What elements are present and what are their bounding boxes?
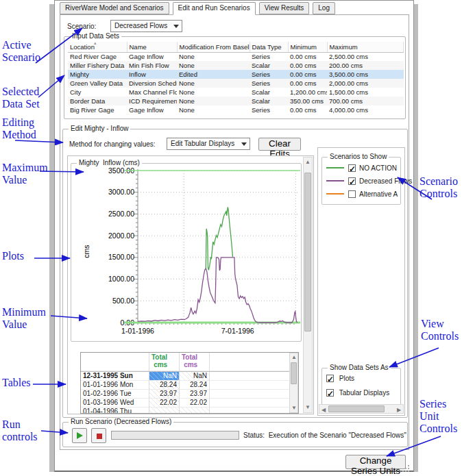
table-cell: Series [250,52,288,61]
table-cell: 0.00 cms [288,70,327,79]
tab-log[interactable]: Log [313,2,335,14]
y-tick-label: 1000.00 [108,275,134,283]
date-column-header [81,353,149,371]
panel-horizontal-scrollbar[interactable]: ◀ ▶ [319,404,404,414]
scroll-left-icon[interactable]: ◀ [319,406,328,414]
resize-grip[interactable] [408,465,409,466]
scrollbar-thumb[interactable] [304,173,311,331]
stop-button[interactable] [91,428,106,443]
scenario-combobox-value: Decreased Flows [114,22,167,29]
tabular-displays-checkbox[interactable] [326,389,334,397]
table-cell: Border Data [68,97,127,105]
table-cell: 01-03-1996 Wed [81,399,149,408]
column-header[interactable]: Location▴ [68,42,127,52]
scenario-label: Decreased Flows [359,177,412,185]
tabular-displays-checkbox-row[interactable]: Tabular Displays [322,386,400,399]
scroll-up-icon[interactable]: ▲ [304,158,312,166]
table-row[interactable]: Miller Fishery DataMin Fish FlowNoneScal… [68,61,404,70]
scenario-checkbox[interactable] [348,177,356,185]
header-filler [210,353,289,371]
plot-panel-vertical-scrollbar[interactable]: ▲ ▼ [303,157,313,413]
table-cell: Gage Inflow [127,52,177,61]
status-message: Execution of the Scenario "Decreased Flo… [269,431,406,439]
table-cell: 2,500.00 cms [327,52,404,61]
table-cell: 0.00 cms [288,52,327,61]
scenario-legend-row[interactable]: NO ACTION [324,162,399,175]
inflow-plot[interactable]: 0.00500.001000.001500.002000.002500.0030… [71,166,300,339]
scrollbar-thumb[interactable] [328,405,385,412]
tab-edit-and-run-scenarios[interactable]: Edit and Run Scenarios [173,2,256,15]
table-cell: Series [250,70,288,79]
table-cell: None [177,61,250,70]
scroll-right-icon[interactable]: ▶ [395,406,403,414]
table-cell: Min Fish Flow [127,61,177,70]
scrollbar-thumb[interactable] [291,362,297,384]
table-cell: 0.00 cms [288,61,327,70]
table-row[interactable]: Red River GageGage InflowNoneSeries0.00 … [68,52,404,61]
table-row[interactable]: Green Valley DataDiversion ScheduleNoneS… [68,79,404,88]
column-header[interactable]: Maximum [327,42,404,52]
run-progress-bar [111,431,239,440]
table-cell: 0.00 cms [288,105,327,114]
tabular-display-vertical-scrollbar[interactable]: ▲ ▼ [289,353,298,413]
column-header[interactable]: Modification From Baseline [177,42,250,52]
show-data-sets-as-title: Show Data Sets As [328,364,391,371]
scenario-legend-row[interactable]: Decreased Flows [324,175,399,188]
tab-riverware-model-and-scenarios[interactable]: RiverWare Model and Scenarios [60,2,169,14]
annotation-tables: Tables [2,377,43,389]
plots-checkbox-row[interactable]: Plots [322,372,400,385]
table-row[interactable]: Border DataICD RequirementNoneScalar350.… [68,97,404,105]
tabular-display-row[interactable]: 12-31-1995 SunNaNNaN [81,372,298,381]
scenario-checkbox[interactable] [348,164,356,172]
column-header[interactable]: Name [127,42,177,52]
tabular-display-row[interactable]: 01-04-1996 Thu [81,408,298,414]
scroll-up-icon[interactable]: ▲ [290,353,298,362]
chevron-down-icon [241,142,247,146]
table-cell: 01-02-1996 Tue [81,390,149,399]
method-combobox-value: Edit Tabular Displays [171,140,234,147]
column-header[interactable]: Data Type [250,42,288,52]
table-row[interactable]: Big River GageGage InflowNoneSeries0.00 … [68,105,404,114]
table-row[interactable]: CityMax Channel FlowNoneScalar1,200.00 c… [68,88,404,97]
clear-edits-button[interactable]: Clear Edits [258,138,301,151]
table-cell: None [177,105,250,114]
status-line: Status: Execution of the Scenario "Decre… [243,431,406,439]
table-cell: 12-31-1995 Sun [81,372,149,381]
scenario-legend-row[interactable]: Alternative A [324,188,399,201]
scenario-checkbox[interactable] [348,190,356,198]
show-data-sets-as-group: Show Data Sets As Plots Tabular Displays [321,368,401,405]
run-button[interactable] [72,428,87,443]
table-cell: Miller Fishery Data [68,61,127,70]
scroll-down-icon[interactable]: ▼ [290,404,298,412]
tab-view-results[interactable]: View Results [259,2,310,14]
table-cell: Scalar [250,97,288,105]
method-combobox[interactable]: Edit Tabular Displays [167,138,250,150]
table-cell: 2,000.00 cms [327,79,404,88]
total-cms-column-header-no-action: Total cms [149,353,180,371]
tabular-display-row[interactable]: 01-03-1996 Wed22.0222.02 [81,399,298,408]
table-cell: 23.97 [149,390,180,399]
tabular-display[interactable]: Total cms Total cms 12-31-1995 SunNaNNaN… [80,352,299,414]
y-tick-label: 2000.00 [108,231,134,240]
run-scenario-group: Run Scenario (Decreased Flows) Status: E… [62,422,408,447]
input-data-sets-table[interactable]: Location▴NameModification From BaselineD… [68,42,404,114]
scroll-down-icon[interactable]: ▼ [304,403,312,412]
scenario-combobox[interactable]: Decreased Flows [110,20,182,32]
tabular-displays-checkbox-label: Tabular Displays [339,389,389,397]
table-cell: 350.00 cms [288,97,327,105]
scenarios-to-show-group: Scenarios to Show NO ACTIONDecreased Flo… [321,157,401,205]
table-cell: Inflow [127,70,177,79]
tabular-display-row[interactable]: 01-01-1996 Mon28.2428.24 [81,381,298,390]
tabular-display-row[interactable]: 01-02-1996 Tue23.9723.97 [81,390,298,399]
table-cell: 28.24 [149,381,180,390]
table-cell: 1,200.00 cms [288,88,327,97]
table-row[interactable]: MightyInflowEditedSeries0.00 cms3,500.00… [68,70,404,79]
status-label: Status: [243,431,265,439]
column-header[interactable]: Minimum [288,42,327,52]
run-scenario-title: Run Scenario (Decreased Flows) [69,418,173,425]
table-cell: 01-01-1996 Mon [81,381,149,390]
plots-checkbox[interactable] [326,375,334,382]
annotation-active-scenario: Active Scenario [2,39,54,64]
table-cell: Gage Inflow [127,105,177,114]
change-series-units-button[interactable]: Change Series Units [345,455,406,469]
